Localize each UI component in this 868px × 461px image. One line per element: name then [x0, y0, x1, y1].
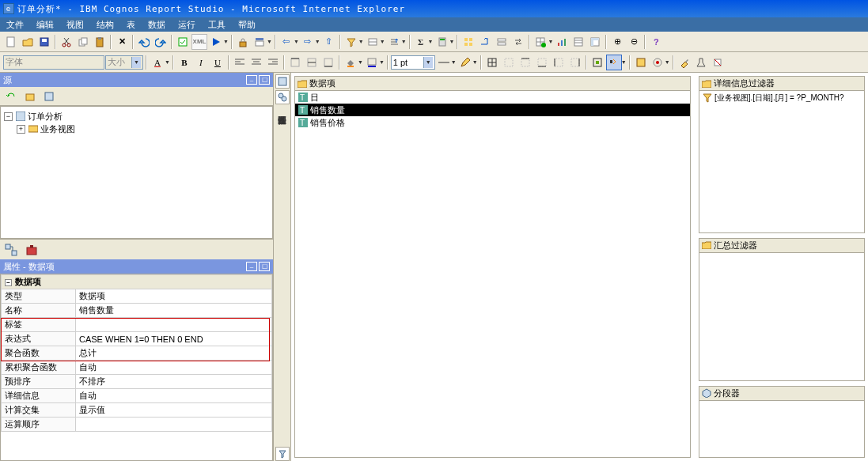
dropdown-arrow-icon[interactable]: ▼ — [165, 59, 170, 65]
tab-source-icon[interactable] — [3, 242, 19, 258]
dropdown-arrow-icon[interactable]: ▼ — [223, 39, 229, 44]
size-combo[interactable]: ▼ — [105, 55, 143, 70]
brush-icon[interactable] — [677, 55, 692, 70]
props-val[interactable]: 显示值 — [76, 403, 272, 418]
sort-icon[interactable] — [386, 34, 402, 50]
insert-table-icon[interactable] — [533, 34, 548, 50]
props-val[interactable]: 总计 — [76, 346, 272, 361]
props-key[interactable]: 预排序 — [2, 375, 76, 389]
calc-icon[interactable] — [434, 34, 450, 50]
summarize-icon[interactable]: Σ — [413, 34, 429, 50]
tree-root[interactable]: − 订单分析 — [4, 110, 269, 123]
copy-icon[interactable] — [75, 34, 91, 50]
swap-icon[interactable] — [510, 34, 526, 50]
props-group-header[interactable]: −数据项 — [2, 275, 272, 289]
tab-toolbox-icon[interactable] — [24, 242, 40, 258]
menu-run[interactable]: 运行 — [175, 19, 199, 31]
props-val[interactable]: 自动 — [76, 389, 272, 403]
data-item-row-selected[interactable]: T 销售数量 — [295, 104, 690, 116]
style-icon[interactable] — [633, 55, 649, 70]
props-val[interactable]: 销售数量 — [76, 304, 272, 318]
section-icon[interactable] — [494, 34, 510, 50]
detail-filter-body[interactable]: [业务视图].[日期].[月] = ?P_MONTH? — [699, 91, 864, 105]
props-val[interactable]: 自动 — [76, 361, 272, 375]
bold-icon[interactable]: B — [176, 55, 192, 70]
dropdown-arrow-icon[interactable]: ▼ — [472, 59, 478, 65]
align-center-icon[interactable] — [248, 55, 264, 70]
list-icon[interactable] — [570, 34, 586, 50]
border-bottom-icon[interactable] — [534, 55, 550, 70]
lineweight-input[interactable] — [393, 57, 422, 68]
props-key[interactable]: 聚合函数 — [2, 346, 76, 361]
close-icon[interactable]: ☐ — [259, 262, 270, 271]
tree-child[interactable]: + 业务视图 — [4, 123, 269, 135]
new-icon[interactable] — [3, 34, 19, 50]
filter-icon[interactable] — [343, 34, 359, 50]
query-explorer-icon[interactable] — [275, 90, 290, 104]
dropdown-arrow-icon[interactable]: ▼ — [451, 59, 457, 65]
dropdown-arrow-icon[interactable]: ▼ — [621, 59, 627, 65]
lineweight-combo[interactable]: ▼ — [391, 55, 435, 70]
props-key[interactable]: 类型 — [2, 289, 76, 304]
border-color-icon[interactable] — [364, 55, 380, 70]
collapse-icon[interactable]: − — [5, 279, 12, 286]
paste-icon[interactable] — [92, 34, 108, 50]
menu-table[interactable]: 表 — [123, 19, 138, 31]
open-icon[interactable] — [20, 34, 36, 50]
refresh-icon[interactable] — [3, 89, 19, 104]
page-explorer-icon[interactable] — [275, 74, 290, 89]
valign-top-icon[interactable] — [287, 55, 303, 70]
undo-icon[interactable] — [136, 34, 152, 50]
props-val[interactable]: 数据项 — [76, 289, 272, 304]
cut-icon[interactable] — [59, 34, 74, 50]
bgcolor-icon[interactable] — [343, 55, 358, 70]
props-key[interactable]: 计算交集 — [2, 403, 76, 418]
nav-fwd-icon[interactable]: ⇨ — [300, 34, 316, 50]
props-key[interactable]: 标签 — [2, 318, 76, 332]
minimize-icon[interactable]: – — [246, 262, 257, 271]
props-val[interactable] — [76, 418, 272, 432]
props-key[interactable]: 运算顺序 — [2, 418, 76, 432]
data-item-row[interactable]: T 日 — [295, 91, 690, 104]
drill-icon[interactable]: ⊕ — [609, 34, 625, 50]
font-color-icon[interactable]: A — [150, 55, 165, 70]
props-val[interactable]: 不排序 — [76, 375, 272, 389]
condition-explorer-icon[interactable] — [275, 447, 290, 461]
valign-middle-icon[interactable] — [304, 55, 320, 70]
properties-table[interactable]: −数据项 类型数据项 名称销售数量 标签 表达式CASE WHEN 1=0 TH… — [1, 274, 272, 432]
delete-icon[interactable]: ✕ — [114, 34, 130, 50]
help-icon[interactable]: ? — [648, 34, 664, 50]
suppress-icon[interactable] — [365, 34, 381, 50]
menu-structure[interactable]: 结构 — [93, 19, 117, 31]
dropdown-arrow-icon[interactable]: ▼ — [428, 39, 434, 44]
tool-icon[interactable] — [693, 55, 709, 70]
nav-up-icon[interactable]: ⇧ — [321, 34, 337, 50]
props-val[interactable]: CASE WHEN 1=0 THEN 0 END — [76, 332, 272, 346]
dropdown-arrow-icon[interactable]: ▼ — [267, 39, 272, 44]
headers-icon[interactable] — [252, 34, 267, 50]
reset-icon[interactable] — [710, 55, 726, 70]
dropdown-arrow-icon[interactable]: ▼ — [548, 39, 553, 44]
collapse-icon[interactable]: − — [4, 112, 13, 121]
dropdown-arrow-icon[interactable]: ▼ — [449, 39, 455, 44]
pen-icon[interactable] — [457, 55, 473, 70]
run-icon[interactable] — [208, 34, 224, 50]
expand-icon[interactable]: + — [17, 125, 25, 134]
border-top-icon[interactable] — [517, 55, 533, 70]
props-key[interactable]: 累积聚合函数 — [2, 361, 76, 375]
props-key[interactable]: 名称 — [2, 304, 76, 318]
align-left-icon[interactable] — [232, 55, 248, 70]
menu-view[interactable]: 视图 — [63, 19, 87, 31]
dropdown-arrow-icon[interactable]: ▼ — [379, 59, 385, 65]
border-right-icon[interactable] — [567, 55, 583, 70]
close-icon[interactable]: ☐ — [259, 75, 270, 85]
underline-icon[interactable]: U — [210, 55, 226, 70]
menu-file[interactable]: 文件 — [3, 19, 27, 31]
lock-icon[interactable] — [235, 34, 251, 50]
view-icon[interactable] — [41, 89, 57, 104]
dropdown-arrow-icon[interactable]: ▼ — [294, 39, 299, 44]
dropdown-arrow-icon[interactable]: ▼ — [380, 39, 385, 44]
group-icon[interactable] — [461, 34, 476, 50]
validate-icon[interactable] — [175, 34, 191, 50]
border-left-icon[interactable] — [551, 55, 567, 70]
